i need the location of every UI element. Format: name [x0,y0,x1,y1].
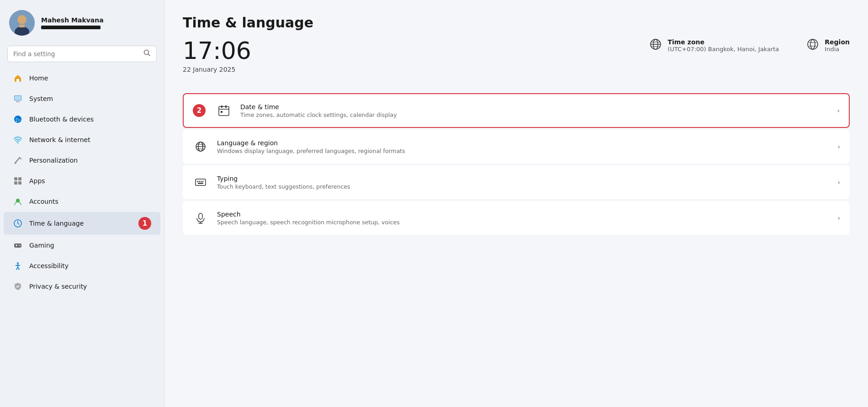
date-time-badge: 2 [193,104,206,117]
network-icon [13,135,23,145]
svg-rect-55 [198,183,203,184]
language-region-subtitle: Windows display language, preferred lang… [217,148,829,154]
svg-rect-51 [197,181,198,182]
svg-rect-43 [221,111,222,113]
svg-point-26 [19,245,20,246]
date-time-subtitle: Time zones, automatic clock settings, ca… [240,111,829,118]
sidebar-badge-1: 1 [138,217,151,230]
search-input[interactable] [13,50,140,58]
svg-line-6 [148,54,150,56]
typing-subtitle: Touch keyboard, text suggestions, prefer… [217,183,829,190]
region-value: India [825,46,850,53]
apps-label: Apps [29,177,45,185]
svg-rect-53 [201,181,202,182]
search-box[interactable] [7,46,157,62]
speech-title: Speech [217,211,829,218]
region-label: Region [825,38,850,46]
svg-rect-7 [16,79,19,82]
speech-chevron: › [837,214,840,222]
region-text: Region India [825,38,850,53]
settings-item-date-time[interactable]: 2 Date & time Time zones, automatic cloc… [183,93,850,128]
region-item: Region India [806,38,850,53]
sidebar: Mahesh Makvana Home System [0,0,164,407]
system-label: System [29,95,53,102]
svg-rect-25 [16,244,17,247]
date-time-chevron: › [837,107,840,114]
current-date: 22 January 2025 [183,66,251,73]
time-language-label: Time & language [29,220,84,227]
accessibility-label: Accessibility [29,262,69,270]
svg-rect-18 [18,177,21,180]
sidebar-item-time-language[interactable]: Time & language 1 [4,212,160,235]
svg-line-16 [15,163,16,164]
bluetooth-label: Bluetooth & devices [29,116,94,123]
svg-point-27 [20,245,21,246]
svg-rect-19 [14,181,17,185]
timezone-label: Time zone [667,38,779,46]
svg-line-14 [15,158,20,163]
user-bar [41,26,101,29]
accounts-label: Accounts [29,198,58,205]
settings-item-typing[interactable]: Typing Touch keyboard, text suggestions,… [183,165,850,199]
svg-line-32 [18,267,19,270]
date-time-icon [216,102,232,119]
svg-rect-17 [14,177,17,180]
user-info: Mahesh Makvana [41,16,104,29]
accessibility-icon [13,261,23,271]
gaming-icon [13,240,23,250]
language-region-text: Language & region Windows display langua… [217,139,829,154]
svg-text:A: A [201,143,204,147]
privacy-security-icon [13,281,23,291]
sidebar-item-home[interactable]: Home [4,68,160,88]
sidebar-item-apps[interactable]: Apps [4,171,160,191]
sidebar-item-system[interactable]: System [4,89,160,109]
sidebar-item-network[interactable]: Network & internet [4,130,160,150]
svg-rect-4 [18,27,26,32]
settings-item-speech[interactable]: Speech Speech language, speech recogniti… [183,201,850,235]
sidebar-item-gaming[interactable]: Gaming [4,235,160,255]
svg-point-28 [17,262,19,264]
sidebar-item-personalization[interactable]: Personalization [4,150,160,170]
language-region-chevron: › [837,143,840,150]
sidebar-item-accounts[interactable]: Accounts [4,191,160,211]
sidebar-item-bluetooth[interactable]: ▷ Bluetooth & devices [4,109,160,129]
apps-icon [13,176,23,186]
home-label: Home [29,74,48,82]
svg-rect-56 [199,213,202,219]
nav-menu: Home System ▷ Bluetooth & devices Networ… [0,68,164,297]
network-label: Network & internet [29,136,90,143]
svg-text:▷: ▷ [16,116,21,123]
svg-rect-42 [225,106,227,108]
svg-rect-52 [199,181,200,182]
accounts-icon [13,196,23,206]
page-title: Time & language [183,15,850,31]
sidebar-item-accessibility[interactable]: Accessibility [4,256,160,276]
personalization-label: Personalization [29,157,78,164]
speech-subtitle: Speech language, speech recognition micr… [217,219,829,226]
personalization-icon [13,155,23,165]
typing-title: Typing [217,175,829,182]
speech-icon [192,210,209,226]
search-icon [143,49,151,58]
svg-point-38 [808,39,818,49]
svg-rect-39 [219,106,229,116]
settings-item-language-region[interactable]: A Language & region Windows display lang… [183,130,850,164]
user-name: Mahesh Makvana [41,16,104,24]
timezone-item: Time zone (UTC+07:00) Bangkok, Hanoi, Ja… [649,38,779,53]
svg-point-13 [17,143,19,144]
home-icon [13,73,23,83]
svg-line-15 [20,158,21,159]
date-time-title: Date & time [240,103,829,111]
timezone-value: (UTC+07:00) Bangkok, Hanoi, Jakarta [667,46,779,53]
settings-list: 2 Date & time Time zones, automatic cloc… [183,93,850,235]
avatar [9,10,35,36]
speech-text: Speech Speech language, speech recogniti… [217,211,829,226]
language-region-icon: A [192,138,209,155]
bluetooth-icon: ▷ [13,114,23,124]
main-content: Time & language 17:06 22 January 2025 Ti… [164,0,868,407]
svg-rect-41 [221,106,222,108]
svg-rect-50 [196,179,206,185]
privacy-security-label: Privacy & security [29,283,87,290]
sidebar-item-privacy-security[interactable]: Privacy & security [4,276,160,296]
user-profile: Mahesh Makvana [0,0,164,44]
